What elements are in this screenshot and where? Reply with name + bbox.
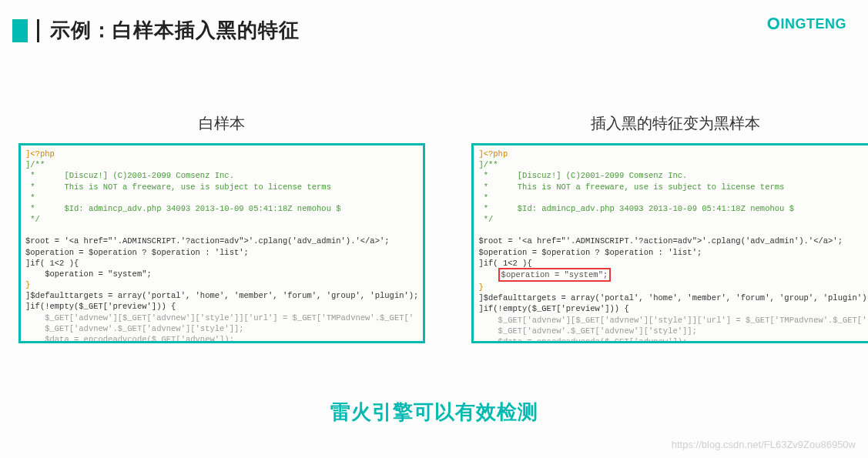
- slide-title: 示例：白样本插入黑的特征: [50, 17, 300, 44]
- white-sample-code: ]<?php ]/** * [Discuz!] (C)2001-2099 Com…: [18, 143, 425, 343]
- accent-bar: [12, 19, 28, 42]
- black-sample-code: ]<?php ]/** * [Discuz!] (C)2001-2099 Com…: [471, 143, 868, 343]
- brand-logo: OQINGTENGINGTENG: [767, 14, 846, 34]
- highlight-box: $operation = "system";: [498, 268, 612, 282]
- vertical-rule: [37, 19, 39, 42]
- watermark: https://blog.csdn.net/FL63Zv9Zou86950w: [672, 439, 856, 450]
- footer-statement: 雷火引擎可以有效检测: [0, 399, 868, 426]
- left-panel-title: 白样本: [18, 113, 425, 134]
- right-panel-title: 插入黑的特征变为黑样本: [471, 113, 868, 134]
